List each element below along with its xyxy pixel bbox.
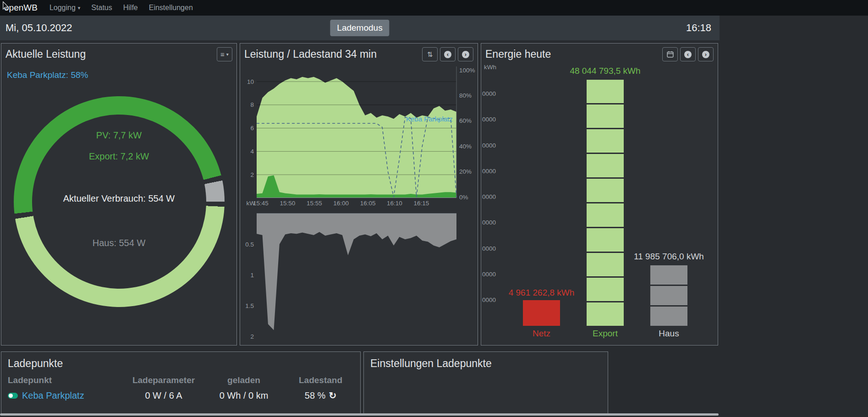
bar-value-export: 48 044 793,5 kWh: [555, 66, 656, 76]
svg-text:100%: 100%: [459, 67, 475, 74]
column-header-ladestand: Ladestand: [283, 375, 358, 390]
svg-text:40%: 40%: [459, 143, 472, 150]
panel-einstellungen-ladepunkte: Einstellungen Ladepunkte: [363, 351, 608, 414]
panel-title-ladepunkte: Ladepunkte: [8, 357, 354, 370]
bar-label-export: Export: [569, 329, 642, 339]
menu-icon: ≡: [220, 50, 225, 58]
bottom-panels-row: Ladepunkte Ladepunkt Ladeparameter gelad…: [1, 351, 608, 414]
gauge-pv-label: PV: 7,7 kW: [1, 130, 236, 141]
svg-text:0%: 0%: [459, 194, 468, 201]
chargepoint-link[interactable]: Keba Parkplatz: [22, 390, 84, 401]
gauge-menu-button[interactable]: ≡ ▾: [217, 47, 232, 61]
panel-energie-heute: Energie heute ‹ › kWh00000000: [481, 43, 718, 346]
table-cell-ladeparameter: 0 W / 6 A: [122, 390, 205, 401]
column-header-ladepunkt: Ladepunkt: [8, 375, 122, 390]
chevron-right-circle-icon: ›: [462, 51, 469, 58]
nav-item-hilfe[interactable]: Hilfe: [123, 4, 138, 12]
svg-text:20%: 20%: [459, 168, 472, 175]
table-cell-geladen: 0 Wh / 0 km: [205, 390, 283, 401]
svg-text:10: 10: [247, 78, 254, 85]
panel-aktuelle-leistung: Aktuelle Leistung ≡ ▾ Keba Parkplatz: 58…: [1, 43, 237, 346]
chart-scale-button[interactable]: ⇅: [422, 47, 438, 61]
bar-label-netz: Netz: [505, 329, 578, 339]
chevron-left-circle-icon: ‹: [684, 51, 692, 58]
panel-leistung-ladestand: Leistung / Ladestand 34 min ⇅ ‹ › 108642…: [240, 43, 478, 346]
chargepoints-table: Ladepunkt Ladeparameter geladen Ladestan…: [8, 375, 354, 401]
bar-value-haus: 11 985 706,0 kWh: [619, 252, 720, 262]
energy-forward-button[interactable]: ›: [698, 47, 714, 61]
top-navbar: openWB Logging ▾ Status Hilfe Einstellun…: [0, 0, 868, 16]
brand-openwb[interactable]: openWB: [4, 3, 38, 13]
caret-down-icon: ▾: [78, 5, 81, 11]
svg-text:80%: 80%: [459, 92, 472, 99]
svg-text:16:05: 16:05: [360, 200, 376, 207]
power-soc-chart: 108642100%80%60%40%20%0%15:4515:5015:551…: [240, 44, 478, 345]
chart-forward-button[interactable]: ›: [458, 47, 473, 61]
chargepoint-soc-text: Keba Parkplatz: 58%: [7, 70, 88, 80]
bar-export: [587, 78, 624, 326]
nav-item-einstellungen[interactable]: Einstellungen: [149, 4, 193, 12]
status-bar: Mi, 05.10.2022 Lademodus 16:18: [0, 16, 720, 40]
svg-text:6: 6: [250, 125, 254, 132]
gauge-verbrauch-label: Aktueller Verbrauch: 554 W: [1, 193, 236, 204]
refresh-icon[interactable]: ↻: [329, 390, 336, 401]
chargepoint-toggle[interactable]: [8, 393, 18, 399]
column-header-ladeparameter: Ladeparameter: [122, 375, 205, 390]
svg-text:Keba Parkplatz: Keba Parkplatz: [406, 115, 453, 123]
y-axis-tick: 0000: [482, 116, 496, 123]
calendar-icon: [667, 51, 674, 58]
chevron-left-circle-icon: ‹: [444, 51, 451, 58]
chevron-right-circle-icon: ›: [702, 51, 709, 58]
bar-label-haus: Haus: [632, 329, 706, 339]
bar-netz: [523, 300, 560, 326]
panel-title-energie-heute: Energie heute: [485, 47, 551, 61]
svg-text:15:45: 15:45: [253, 200, 269, 207]
energy-bar-chart: kWh0000000000000000000000000000000000004…: [481, 44, 718, 345]
nav-item-status[interactable]: Status: [91, 4, 112, 12]
chart-back-button[interactable]: ‹: [440, 47, 456, 61]
y-axis-tick: 0000: [482, 245, 496, 252]
y-axis-tick: 0000: [482, 271, 496, 278]
caret-down-icon: ▾: [226, 52, 229, 57]
lademodus-button[interactable]: Lademodus: [330, 20, 389, 36]
current-time: 16:18: [686, 22, 711, 34]
panel-title-leistung-ladestand: Leistung / Ladestand 34 min: [244, 47, 377, 61]
column-header-geladen: geladen: [205, 375, 283, 390]
current-date: Mi, 05.10.2022: [5, 22, 72, 34]
svg-text:kW: kW: [247, 200, 256, 207]
svg-text:15:50: 15:50: [280, 200, 296, 207]
y-axis-tick: 0000: [482, 90, 496, 97]
table-cell-ladestand: 58 %↻: [283, 390, 358, 401]
svg-text:2: 2: [250, 333, 254, 340]
horizontal-scrollbar[interactable]: [0, 413, 719, 416]
calendar-button[interactable]: [662, 47, 678, 61]
svg-text:8: 8: [250, 101, 254, 108]
svg-text:15:55: 15:55: [307, 200, 322, 207]
y-axis-tick: 0000: [482, 168, 496, 175]
svg-text:16:15: 16:15: [414, 200, 429, 207]
gauge-export-label: Export: 7,2 kW: [1, 151, 236, 162]
toggle-knob: [9, 394, 13, 398]
nav-item-logging[interactable]: Logging ▾: [49, 4, 80, 12]
up-down-arrows-icon: ⇅: [427, 50, 433, 59]
energy-back-button[interactable]: ‹: [680, 47, 696, 61]
y-axis-tick: 0000: [482, 219, 496, 226]
panel-title-aktuelle-leistung: Aktuelle Leistung: [5, 47, 86, 61]
openwb-dashboard: { "navbar": { "brand": "openWB", "items"…: [0, 0, 868, 417]
svg-text:16:10: 16:10: [387, 200, 402, 207]
table-row-chargepoint-name: Keba Parkplatz: [8, 390, 122, 401]
svg-text:1.5: 1.5: [245, 302, 254, 309]
gauge-haus-label: Haus: 554 W: [1, 238, 236, 248]
bar-haus: [650, 264, 687, 326]
svg-text:2: 2: [250, 171, 254, 178]
dashboard-panels-row: Aktuelle Leistung ≡ ▾ Keba Parkplatz: 58…: [1, 43, 718, 346]
svg-text:16:00: 16:00: [333, 200, 349, 207]
y-axis-tick: 0000: [482, 193, 496, 200]
panel-title-einstellungen-ladepunkte: Einstellungen Ladepunkte: [370, 357, 601, 370]
y-axis-tick: 0000: [482, 142, 496, 149]
bar-value-netz: 4 961 262,8 kWh: [491, 288, 592, 298]
panel-ladepunkte: Ladepunkte Ladepunkt Ladeparameter gelad…: [1, 351, 361, 414]
svg-text:4: 4: [250, 148, 254, 155]
svg-text:60%: 60%: [459, 117, 472, 124]
svg-text:0.5: 0.5: [245, 241, 254, 248]
